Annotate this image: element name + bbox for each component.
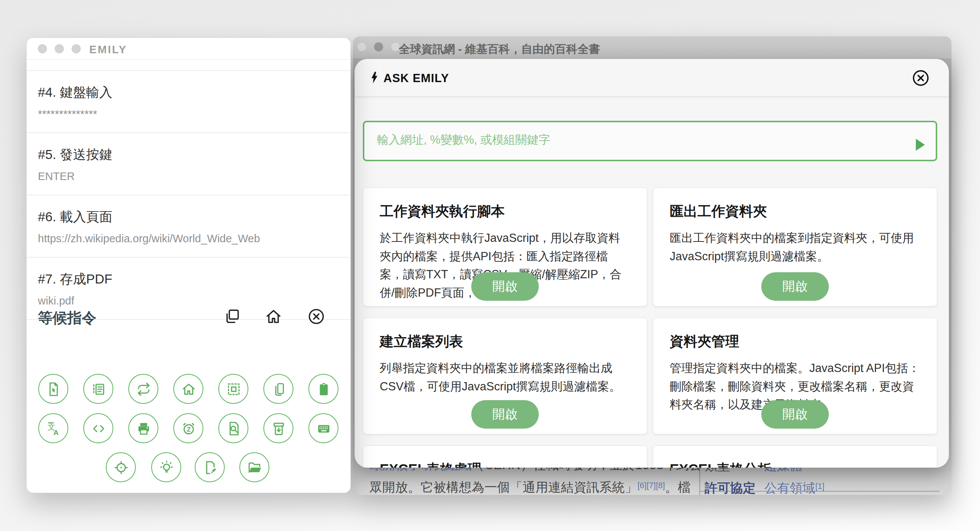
repeat-button[interactable] [128, 374, 158, 404]
open-module-button[interactable]: 開啟 [761, 272, 829, 301]
infobox-license-ref[interactable]: [1] [815, 482, 824, 491]
window-minimize-button[interactable] [374, 42, 383, 51]
card-description: 列舉指定資料夾中的檔案並將檔案路徑輸出成CSV檔，可使用JavaScript撰寫… [380, 359, 630, 396]
svg-text:A: A [53, 429, 59, 437]
browser-titlebar: 全球資訊網 - 維基百科，自由的百科全書 [353, 37, 951, 59]
snooze-timer-button[interactable]: Z [173, 413, 204, 443]
step-subtitle: https://zh.wikipedia.org/wiki/World_Wide… [38, 232, 339, 257]
emily-titlebar: EMILY [27, 38, 350, 60]
wiki-ref-links[interactable]: [6][7][8] [638, 481, 665, 490]
window-title: EMILY [89, 43, 127, 56]
module-card: 匯出工作資料夾 匯出工作資料夾中的檔案到指定資料夾，可使用JavaScript撰… [653, 188, 937, 306]
region-capture-button[interactable] [218, 374, 248, 404]
step-title: #7. 存成PDF [38, 270, 339, 288]
card-title: 建立檔案列表 [380, 332, 630, 351]
infobox-license-label: 許可協定 [705, 480, 756, 495]
file-run-button[interactable] [38, 374, 68, 404]
step-title: #6. 載入頁面 [38, 208, 339, 226]
module-card-partial: EXCEL表格分析 [653, 445, 937, 467]
open-module-button[interactable]: 開啟 [471, 272, 539, 301]
status-row: 等候指令 [27, 288, 350, 345]
window-close-button[interactable] [38, 44, 47, 53]
close-circle-icon [307, 321, 325, 327]
card-description: 匯出工作資料夾中的檔案到指定資料夾，可使用JavaScript撰寫規則過濾檔案。 [670, 229, 920, 266]
step-row[interactable]: #5. 發送按鍵 ENTER [27, 133, 350, 196]
form-list-button[interactable] [83, 374, 113, 404]
copy-pages-button[interactable] [263, 374, 293, 404]
play-arrow-icon [915, 146, 925, 152]
go-home-button[interactable] [173, 374, 204, 404]
module-card: 建立檔案列表 列舉指定資料夾中的檔案並將檔案路徑輸出成CSV檔，可使用JavaS… [363, 318, 647, 434]
copy-icon [223, 321, 241, 327]
window-minimize-button[interactable] [55, 44, 64, 53]
svg-text:Z: Z [187, 426, 191, 433]
ask-input[interactable] [363, 121, 937, 161]
keyboard-button[interactable] [309, 413, 339, 443]
translate-button[interactable]: 文 A [38, 413, 68, 443]
step-title: #5. 發送按鍵 [38, 146, 339, 164]
close-circle-icon [912, 82, 929, 88]
step-subtitle: ENTER [38, 170, 339, 195]
code-button[interactable] [83, 413, 113, 443]
status-text: 等候指令 [38, 308, 96, 328]
crosshair-button[interactable] [106, 452, 136, 482]
stop-button[interactable] [307, 307, 325, 326]
infobox-license-value: 公有領域[1] [764, 480, 824, 495]
dialog-header: ASK EMILY [355, 59, 949, 96]
module-card-partial: EXCEL表格處理 [363, 445, 647, 467]
wiki-text: 。檔 [665, 480, 690, 494]
card-title: 匯出工作資料夾 [670, 202, 920, 221]
infobox-license-link[interactable]: 公有領域 [764, 481, 815, 495]
card-title: 工作資料夾執行腳本 [380, 202, 630, 221]
clipboard-button[interactable] [309, 374, 339, 404]
dialog-title: ASK EMILY [383, 72, 449, 85]
browser-window: 全球資訊網 - 維基百科，自由的百科全書 歐洲核子研究組織（CERN）任職時發明… [353, 37, 951, 495]
emily-window: EMILY #4. 鍵盤輸入 ************** #5. 發送按鍵 E… [26, 38, 351, 493]
card-title: EXCEL表格處理 [380, 460, 630, 467]
archive-download-button[interactable] [263, 413, 293, 443]
step-row[interactable]: #4. 鍵盤輸入 ************** [27, 71, 350, 133]
open-module-button[interactable]: 開啟 [471, 400, 539, 429]
card-title: 資料夾管理 [670, 332, 920, 351]
home-button[interactable] [264, 307, 283, 326]
folder-open-button[interactable] [239, 452, 269, 482]
print-button[interactable] [128, 413, 158, 443]
file-search-button[interactable] [218, 413, 248, 443]
browser-window-title: 全球資訊網 - 維基百科，自由的百科全書 [399, 41, 600, 57]
open-module-button[interactable]: 開啟 [761, 400, 829, 429]
module-card-grid: 工作資料夾執行腳本 於工作資料夾中執行JavaScript，用以存取資料夾內的檔… [363, 188, 937, 467]
dialog-title-wrap: ASK EMILY [370, 71, 449, 86]
window-zoom-button[interactable] [72, 44, 81, 53]
dialog-close-button[interactable] [912, 69, 929, 87]
copy-steps-button[interactable] [223, 307, 241, 326]
step-title: #4. 鍵盤輸入 [38, 84, 339, 101]
step-row[interactable]: #6. 載入頁面 https://zh.wikipedia.org/wiki/W… [27, 196, 350, 258]
submit-arrow-button[interactable] [915, 138, 925, 151]
file-edit-button[interactable] [195, 452, 225, 482]
window-close-button[interactable] [357, 42, 366, 51]
wiki-text: 眾開放。它被構想為一個「通用連結資訊系統」 [369, 480, 638, 494]
module-card: 工作資料夾執行腳本 於工作資料夾中執行JavaScript，用以存取資料夾內的檔… [363, 188, 647, 306]
bolt-icon [370, 71, 383, 86]
step-subtitle: ************** [38, 108, 339, 132]
card-title: EXCEL表格分析 [670, 460, 920, 467]
home-icon [264, 321, 283, 327]
ask-emily-dialog: ASK EMILY 工作資料夾執行腳本 於工作資料夾中執行JavaScript，… [355, 59, 949, 467]
step-row-partial [27, 60, 350, 71]
lightbulb-button[interactable] [151, 452, 181, 482]
module-card: 資料夾管理 管理指定資料夾中的檔案。JavaScript API包括：刪除檔案，… [653, 318, 937, 434]
wiki-paragraph-line: 眾開放。它被構想為一個「通用連結資訊系統」[6][7][8]。檔 [369, 479, 690, 495]
